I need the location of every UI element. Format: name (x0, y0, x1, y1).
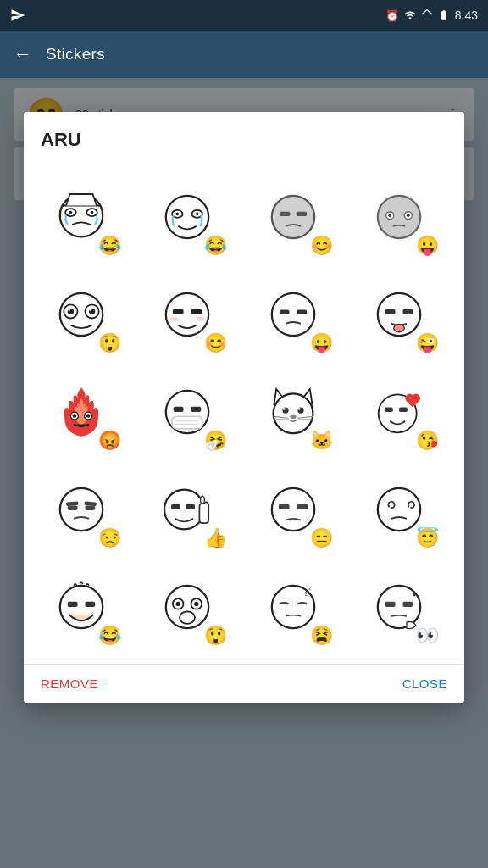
sticker-8-overlay: 😜 (416, 332, 439, 354)
signal-icon (421, 9, 433, 21)
svg-point-89 (413, 593, 416, 596)
modal-footer: REMOVE CLOSE (24, 664, 464, 703)
sticker-16[interactable]: 😇 (350, 460, 447, 558)
svg-point-52 (297, 408, 300, 410)
alarm-icon: ⏰ (385, 9, 399, 22)
sticker-16-overlay: 😇 (416, 527, 439, 549)
sticker-2[interactable]: 😂 (138, 168, 236, 265)
sticker-5-overlay: 😲 (98, 332, 121, 354)
sticker-15[interactable]: 😑 (244, 460, 341, 558)
remove-button[interactable]: REMOVE (41, 676, 98, 691)
sticker-11[interactable]: 🐱 (244, 363, 341, 460)
sticker-5[interactable]: 😲 (32, 265, 130, 363)
svg-rect-27 (172, 309, 183, 314)
sticker-8[interactable]: 😜 (350, 265, 447, 363)
sticker-18-overlay: 😲 (204, 625, 227, 647)
sticker-4-overlay: 😛 (416, 235, 439, 257)
svg-rect-71 (297, 504, 308, 509)
svg-rect-70 (278, 504, 289, 509)
status-bar: ⏰ 8:43 (0, 0, 488, 31)
sticker-4[interactable]: 😛 (350, 168, 447, 265)
svg-rect-35 (385, 309, 395, 314)
svg-point-41 (86, 414, 90, 418)
sticker-12-overlay: 😘 (416, 430, 439, 452)
battery-icon (438, 9, 450, 21)
svg-point-9 (175, 212, 179, 215)
svg-rect-64 (67, 505, 77, 509)
svg-point-81 (180, 611, 195, 623)
svg-rect-33 (297, 309, 307, 314)
send-icon (10, 8, 25, 23)
sticker-9[interactable]: 😡 (32, 363, 130, 460)
svg-point-24 (68, 309, 70, 311)
svg-rect-60 (399, 407, 408, 411)
sticker-12[interactable]: 😘 (350, 363, 447, 460)
modal-header: ARU (24, 112, 464, 159)
sticker-grid: 😂 😂 (24, 159, 464, 664)
svg-point-10 (195, 212, 198, 215)
svg-rect-86 (385, 601, 395, 606)
svg-text:z: z (308, 584, 312, 592)
svg-point-29 (170, 316, 178, 320)
svg-point-17 (388, 214, 391, 217)
sticker-15-overlay: 😑 (310, 527, 333, 549)
svg-point-26 (165, 292, 208, 335)
modal-overlay: ARU 😂 (0, 78, 488, 868)
sticker-19[interactable]: z z 😫 (244, 558, 341, 655)
sticker-14-overlay: 👍 (204, 527, 227, 549)
sticker-20[interactable]: 👀 (350, 558, 447, 655)
sticker-1[interactable]: 😂 (32, 168, 130, 265)
svg-rect-44 (191, 406, 201, 411)
svg-point-18 (407, 214, 410, 217)
sticker-1-overlay: 😂 (98, 235, 121, 257)
sticker-20-overlay: 👀 (416, 625, 439, 647)
svg-point-80 (194, 601, 198, 605)
svg-rect-87 (402, 601, 413, 606)
svg-point-51 (282, 408, 285, 410)
sticker-17[interactable]: 😂 (32, 558, 130, 655)
close-button[interactable]: CLOSE (402, 676, 447, 691)
sticker-10[interactable]: 🤧 (138, 363, 236, 460)
svg-point-3 (69, 210, 72, 214)
wifi-icon (404, 9, 416, 21)
sticker-14[interactable]: 👍 (138, 460, 236, 558)
svg-point-72 (377, 487, 419, 530)
sticker-9-overlay: 😡 (98, 430, 121, 452)
sticker-7[interactable]: 😛 (244, 265, 341, 363)
app-bar: ← Stickers (0, 31, 488, 78)
svg-point-4 (90, 210, 93, 214)
svg-rect-74 (67, 601, 77, 606)
sticker-7-overlay: 😛 (310, 332, 333, 354)
svg-rect-68 (186, 504, 195, 509)
sticker-3-overlay: 😊 (310, 235, 333, 257)
svg-rect-45 (172, 416, 202, 428)
svg-rect-65 (85, 505, 95, 509)
app-title: Stickers (46, 45, 105, 64)
sticker-18[interactable]: 😲 (138, 558, 236, 655)
sticker-19-overlay: 😫 (310, 625, 333, 647)
sticker-3[interactable]: 😊 (244, 168, 341, 265)
status-bar-left (10, 8, 25, 23)
svg-rect-13 (296, 211, 307, 215)
svg-point-11 (271, 195, 313, 237)
svg-point-25 (89, 309, 92, 311)
sticker-17-overlay: 😂 (98, 625, 121, 647)
svg-point-69 (271, 487, 313, 530)
svg-point-66 (164, 489, 204, 529)
sticker-6[interactable]: 😊 (138, 265, 236, 363)
status-bar-right: ⏰ 8:43 (385, 8, 478, 22)
sticker-13[interactable]: 😒 (32, 460, 130, 558)
svg-rect-28 (191, 309, 202, 314)
sticker-11-overlay: 🐱 (310, 430, 333, 452)
svg-point-48 (273, 393, 313, 433)
svg-rect-12 (279, 211, 290, 215)
time-display: 8:43 (455, 8, 478, 22)
svg-rect-75 (85, 601, 95, 606)
back-button[interactable]: ← (14, 43, 32, 65)
svg-point-31 (271, 292, 313, 335)
sticker-6-overlay: 😊 (204, 332, 227, 354)
svg-point-40 (72, 414, 76, 418)
svg-point-53 (290, 414, 296, 418)
sticker-13-overlay: 😒 (98, 527, 121, 549)
svg-rect-59 (384, 407, 392, 411)
